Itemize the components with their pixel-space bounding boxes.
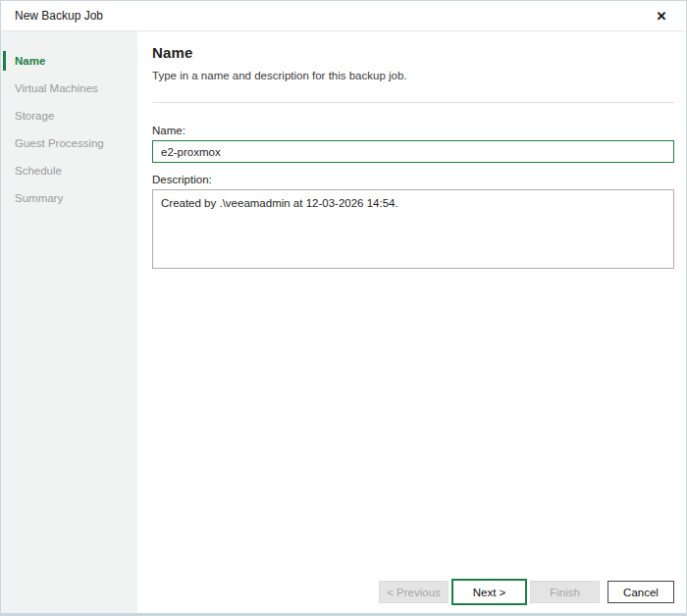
window-title: New Backup Job [15,9,103,23]
description-field-label: Description: [152,174,674,185]
sidebar-item-schedule[interactable]: Schedule [1,157,137,184]
dialog-body: Name Virtual Machines Storage Guest Proc… [1,31,686,613]
name-input[interactable] [152,140,674,163]
sidebar-item-summary[interactable]: Summary [1,184,137,212]
finish-button[interactable]: Finish [530,581,600,603]
wizard-footer: < Previous Next > Finish Cancel [379,579,674,605]
description-textarea[interactable]: Created by .\veeamadmin at 12-03-2026 14… [152,189,674,269]
cancel-button[interactable]: Cancel [608,581,674,603]
close-icon[interactable]: ✕ [647,1,676,30]
sidebar-item-virtual-machines[interactable]: Virtual Machines [1,75,137,102]
titlebar: New Backup Job ✕ [1,1,686,31]
wizard-steps-sidebar: Name Virtual Machines Storage Guest Proc… [1,31,137,613]
sidebar-item-storage[interactable]: Storage [1,102,137,129]
sidebar-item-guest-processing[interactable]: Guest Processing [1,129,137,157]
name-field-label: Name: [152,125,674,136]
page-subtitle: Type in a name and description for this … [152,70,674,81]
previous-button[interactable]: < Previous [379,581,449,603]
divider [152,102,674,103]
new-backup-job-dialog: New Backup Job ✕ Name Virtual Machines S… [0,0,687,616]
sidebar-item-name[interactable]: Name [1,47,137,75]
main-panel: Name Type in a name and description for … [137,31,686,613]
next-button[interactable]: Next > [451,579,527,605]
page-title: Name [152,44,674,61]
